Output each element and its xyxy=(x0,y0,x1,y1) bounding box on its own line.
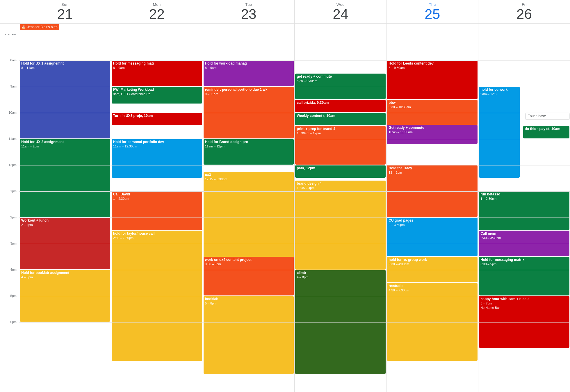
day-column-tue: Hold for workload manag 8 – 9am reminder… xyxy=(203,34,295,392)
time-1pm: 1pm xyxy=(10,189,17,193)
event-restudio[interactable]: re:studio 4:30 – 7:30pm xyxy=(387,283,478,361)
day-header-tue: Tue 23 xyxy=(203,0,295,23)
event-happy-hour[interactable]: happy hour with sam + nicole 5 – 7pm No … xyxy=(479,296,569,348)
day-column-thu: Hold for Leeds content dev 8 – 9:30am bb… xyxy=(386,34,478,392)
day-column-fri: hold for cu work 9am – 12:3 Touch base d… xyxy=(478,34,570,392)
all-day-cell-mon xyxy=(111,24,203,34)
time-column: GMT-07 8am 9am 10am 11am 12pm 1pm 2pm 3p… xyxy=(0,34,19,392)
day-number-mon: 22 xyxy=(111,7,203,22)
event-weekly-content[interactable]: Weekly content t, 10am xyxy=(295,113,386,125)
event-brand-design[interactable]: Hold for Brand design pro 11am – 12pm xyxy=(204,139,294,165)
day-name-sun: Sun xyxy=(19,2,111,7)
all-day-cell-sun: 🎂 Jennifer Blair's birth xyxy=(19,24,111,34)
header-row: Sun 21 Mon 22 Tue 23 Wed 24 Thu 25 Fri 2… xyxy=(0,0,570,24)
day-number-fri: 26 xyxy=(478,7,570,22)
tz-label: GMT-07 xyxy=(5,34,17,36)
day-header-mon: Mon 22 xyxy=(111,0,203,23)
event-workload-manag[interactable]: Hold for workload manag 8 – 9am xyxy=(204,60,294,86)
event-run-betasso[interactable]: run betasso 1 – 2:30pm xyxy=(479,191,569,230)
grid-area: GMT-07 8am 9am 10am 11am 12pm 1pm 2pm 3p… xyxy=(0,34,570,392)
event-ux4-content[interactable]: work on ux4 content project 3:30 – 5pm xyxy=(204,257,294,295)
all-day-cell-fri xyxy=(478,24,570,34)
touch-base-label: Touch base xyxy=(528,114,546,118)
event-commute-thu[interactable]: Get ready + commute 10:45 – 11:30am xyxy=(387,125,478,144)
all-day-cell-tue xyxy=(203,24,295,34)
time-5pm: 5pm xyxy=(10,294,17,297)
day-header-thu: Thu 25 xyxy=(386,0,478,23)
days-grid: Hold for UX 1 assignemnt 8 – 11am Hold f… xyxy=(19,34,570,392)
cake-icon: 🎂 xyxy=(22,25,26,29)
day-header-fri: Fri 26 xyxy=(478,0,570,23)
time-12pm: 12pm xyxy=(8,163,17,167)
day-header-wed: Wed 24 xyxy=(294,0,386,23)
day-name-fri: Fri xyxy=(478,2,570,7)
event-cu-grad[interactable]: CU grad pages 2 – 3:30pm xyxy=(387,218,478,256)
time-9am: 9am xyxy=(10,85,17,88)
time-2pm: 2pm xyxy=(10,215,17,219)
day-column-mon: Hold for messaging matr 8 – 9am FW: Mark… xyxy=(111,34,203,392)
event-brand-design-4[interactable]: brand design 4 12:45 – 4pm xyxy=(295,181,386,270)
day-name-wed: Wed xyxy=(295,2,386,7)
time-gutter-header xyxy=(0,0,19,23)
event-pay-st[interactable]: do this - pay st, 10am xyxy=(523,126,569,138)
event-print-prep[interactable]: print + prep for brand 4 10:30am – 12pm xyxy=(295,126,386,165)
time-6pm: 6pm xyxy=(10,320,17,324)
event-cu-work[interactable]: hold for cu work 9am – 12:3 xyxy=(479,87,520,178)
day-number-thu: 25 xyxy=(386,7,478,22)
day-name-tue: Tue xyxy=(203,2,295,7)
birthday-event[interactable]: 🎂 Jennifer Blair's birth xyxy=(20,24,59,30)
day-column-wed: get ready + commute 8:30 – 9:30am call b… xyxy=(294,34,386,392)
event-workout-lunch[interactable]: Workout + lunch 2 – 4pm xyxy=(20,218,110,269)
event-hold-tracy[interactable]: Hold for Tracy 12 – 2pm xyxy=(387,165,478,217)
event-taylor-house[interactable]: hold for taylor/house call 2:30 – 7:30pm xyxy=(112,231,202,361)
event-messaging-matrix[interactable]: Hold for messaging matrix 3:30 – 5pm xyxy=(479,257,569,295)
event-hold-ux1[interactable]: Hold for UX 1 assignemnt 8 – 11am xyxy=(20,60,110,138)
day-number-tue: 23 xyxy=(203,7,295,22)
time-8am: 8am xyxy=(10,58,17,62)
day-name-mon: Mon xyxy=(111,2,203,7)
all-day-cell-wed xyxy=(294,24,386,34)
event-portfolio-dev[interactable]: Hold for personal portfolio dev 11am – 1… xyxy=(112,139,202,178)
day-column-sun: Hold for UX 1 assignemnt 8 – 11am Hold f… xyxy=(19,34,111,392)
event-booklab[interactable]: Hold for booklab assignment 4 – 6pm xyxy=(20,270,110,322)
touch-base-event[interactable]: Touch base xyxy=(526,113,569,119)
time-11am: 11am xyxy=(8,137,17,140)
time-3pm: 3pm xyxy=(10,242,17,245)
day-number-sun: 21 xyxy=(19,7,111,22)
day-header-sun: Sun 21 xyxy=(19,0,111,23)
event-park[interactable]: park, 12pm xyxy=(295,165,386,178)
event-ux3[interactable]: ux3 12:15 – 3:30pm xyxy=(204,172,294,259)
day-number-wed: 24 xyxy=(295,7,386,22)
event-call-mom[interactable]: Call mom 2:30 – 3:30pm xyxy=(479,231,569,256)
event-commute-wed[interactable]: get ready + commute 8:30 – 9:30am xyxy=(295,74,386,99)
event-portfolio-reminder[interactable]: reminder: personal portfolio due 1 wk 9 … xyxy=(204,87,294,138)
event-climb[interactable]: climb 4 – 8pm xyxy=(295,270,386,374)
event-leeds-content[interactable]: Hold for Leeds content dev 8 – 9:30am xyxy=(387,60,478,99)
birthday-label: Jennifer Blair's birth xyxy=(27,25,58,29)
event-group-work[interactable]: hold for re: group work 3:30 – 4:30pm xyxy=(387,257,478,282)
time-4pm: 4pm xyxy=(10,268,17,271)
event-turn-ux3[interactable]: Turn in UX3 proje, 10am xyxy=(112,113,202,125)
event-booklab-tue[interactable]: booklab 5 – 8pm xyxy=(204,296,294,374)
event-hold-ux2[interactable]: Hold for UX 2 assignment 11am – 2pm xyxy=(20,139,110,217)
event-fw-marketing[interactable]: FW: Marketing Workload 9am, OFO Conferen… xyxy=(112,87,202,104)
all-day-cell-thu xyxy=(386,24,478,34)
event-call-david[interactable]: Call David 1 – 2:30pm xyxy=(112,191,202,230)
time-10am: 10am xyxy=(8,111,17,114)
event-call-brizida[interactable]: call brizida, 9:30am xyxy=(295,100,386,112)
event-bbw[interactable]: bbw 9:30 – 10:30am xyxy=(387,100,478,125)
all-day-row: 🎂 Jennifer Blair's birth xyxy=(0,24,570,34)
event-hold-messaging[interactable]: Hold for messaging matr 8 – 9am xyxy=(112,60,202,86)
calendar-container: Sun 21 Mon 22 Tue 23 Wed 24 Thu 25 Fri 2… xyxy=(0,0,570,392)
day-name-thu: Thu xyxy=(386,2,478,7)
